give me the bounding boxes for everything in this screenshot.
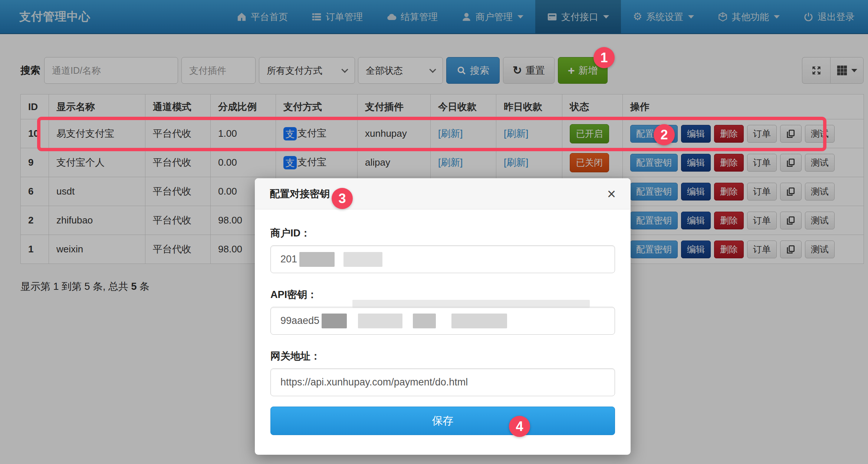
redacted-block bbox=[299, 252, 335, 267]
redacted-block bbox=[343, 252, 382, 267]
merchant-id-field: 商户ID： 201 bbox=[270, 226, 615, 273]
merchant-id-input[interactable]: 201 bbox=[270, 245, 615, 273]
modal-body: 商户ID： 201 API密钥： 99aaed5 网关地址： https://a… bbox=[255, 209, 631, 435]
api-key-field: API密钥： 99aaed5 bbox=[270, 288, 615, 335]
api-key-value: 99aaed5 bbox=[280, 315, 319, 327]
api-key-label: API密钥： bbox=[270, 288, 615, 301]
redacted-block bbox=[451, 314, 507, 328]
close-icon[interactable]: × bbox=[607, 186, 616, 201]
merchant-id-value: 201 bbox=[280, 253, 297, 265]
redacted-block bbox=[413, 314, 436, 328]
redacted-block bbox=[358, 314, 402, 328]
redacted-block bbox=[352, 300, 590, 308]
config-key-modal: 配置对接密钥 × 商户ID： 201 API密钥： 99aaed5 网关地址： bbox=[255, 178, 631, 455]
modal-header: 配置对接密钥 × bbox=[255, 178, 631, 209]
api-key-input[interactable]: 99aaed5 bbox=[270, 307, 615, 335]
gateway-input[interactable]: https://api.xunhupay.com/payment/do.html bbox=[270, 368, 615, 396]
gateway-field: 网关地址： https://api.xunhupay.com/payment/d… bbox=[270, 349, 615, 396]
redacted-block bbox=[322, 314, 347, 328]
annotation-badge-1: 1 bbox=[594, 47, 615, 68]
merchant-id-label: 商户ID： bbox=[270, 226, 615, 240]
save-button[interactable]: 保存 bbox=[270, 407, 615, 435]
gateway-value: https://api.xunhupay.com/payment/do.html bbox=[280, 377, 468, 388]
row-highlight-annotation bbox=[37, 117, 826, 151]
gateway-label: 网关地址： bbox=[270, 349, 615, 363]
annotation-badge-4: 4 bbox=[509, 416, 530, 437]
annotation-badge-2: 2 bbox=[654, 124, 675, 145]
modal-title: 配置对接密钥 bbox=[270, 187, 330, 200]
annotation-badge-3: 3 bbox=[332, 188, 353, 209]
